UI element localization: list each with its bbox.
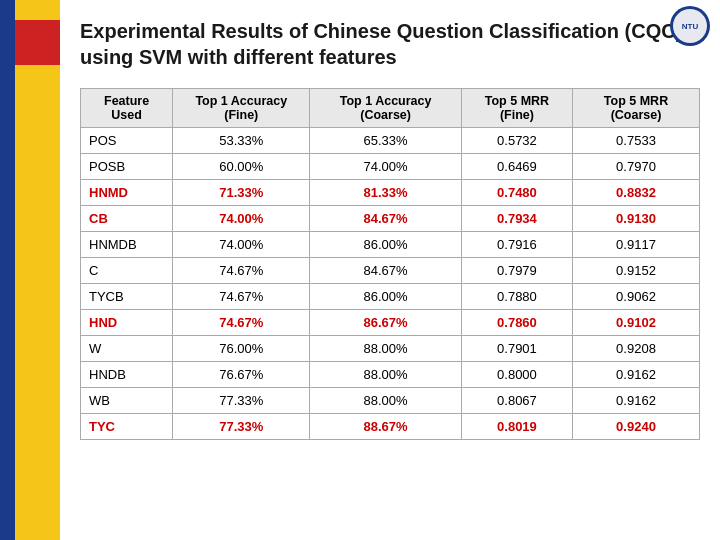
cell-value: 88.00%: [310, 388, 462, 414]
cell-feature: WB: [81, 388, 173, 414]
cell-feature: TYCB: [81, 284, 173, 310]
logo-inner: NTU: [673, 9, 707, 43]
cell-value: 0.9240: [572, 414, 699, 440]
page-title: Experimental Results of Chinese Question…: [80, 18, 700, 70]
cell-feature: HNMD: [81, 180, 173, 206]
table-header-row: Feature Used Top 1 Accuracy (Fine) Top 1…: [81, 89, 700, 128]
cell-feature: W: [81, 336, 173, 362]
cell-value: 0.8067: [461, 388, 572, 414]
cell-value: 74.00%: [173, 232, 310, 258]
cell-feature: HND: [81, 310, 173, 336]
table-row: TYCB74.67%86.00%0.78800.9062: [81, 284, 700, 310]
bg-red-square: [15, 20, 60, 65]
cell-value: 74.67%: [173, 310, 310, 336]
cell-value: 76.00%: [173, 336, 310, 362]
cell-value: 88.00%: [310, 362, 462, 388]
cell-feature: POSB: [81, 154, 173, 180]
cell-feature: C: [81, 258, 173, 284]
cell-value: 0.7533: [572, 128, 699, 154]
table-row: POS53.33%65.33%0.57320.7533: [81, 128, 700, 154]
cell-value: 0.8019: [461, 414, 572, 440]
cell-value: 53.33%: [173, 128, 310, 154]
cell-value: 71.33%: [173, 180, 310, 206]
cell-value: 86.00%: [310, 284, 462, 310]
cell-feature: TYC: [81, 414, 173, 440]
cell-value: 0.8832: [572, 180, 699, 206]
cell-feature: CB: [81, 206, 173, 232]
cell-value: 74.00%: [310, 154, 462, 180]
logo: NTU: [670, 6, 710, 46]
cell-value: 0.9062: [572, 284, 699, 310]
cell-value: 0.6469: [461, 154, 572, 180]
cell-value: 0.7901: [461, 336, 572, 362]
cell-value: 0.9162: [572, 388, 699, 414]
table-row: POSB60.00%74.00%0.64690.7970: [81, 154, 700, 180]
cell-value: 0.9117: [572, 232, 699, 258]
table-row: HNMD71.33%81.33%0.74800.8832: [81, 180, 700, 206]
cell-value: 76.67%: [173, 362, 310, 388]
table-row: CB74.00%84.67%0.79340.9130: [81, 206, 700, 232]
results-table: Feature Used Top 1 Accuracy (Fine) Top 1…: [80, 88, 700, 440]
cell-feature: HNMDB: [81, 232, 173, 258]
cell-value: 88.00%: [310, 336, 462, 362]
col-header-top5-coarse: Top 5 MRR (Coarse): [572, 89, 699, 128]
cell-feature: HNDB: [81, 362, 173, 388]
cell-value: 84.67%: [310, 258, 462, 284]
cell-value: 77.33%: [173, 414, 310, 440]
cell-value: 74.00%: [173, 206, 310, 232]
main-content: Experimental Results of Chinese Question…: [60, 0, 720, 540]
cell-value: 0.9102: [572, 310, 699, 336]
cell-value: 86.67%: [310, 310, 462, 336]
table-row: TYC77.33%88.67%0.80190.9240: [81, 414, 700, 440]
col-header-top1-coarse: Top 1 Accuracy (Coarse): [310, 89, 462, 128]
cell-feature: POS: [81, 128, 173, 154]
cell-value: 77.33%: [173, 388, 310, 414]
cell-value: 84.67%: [310, 206, 462, 232]
cell-value: 0.9130: [572, 206, 699, 232]
cell-value: 0.9162: [572, 362, 699, 388]
cell-value: 0.9208: [572, 336, 699, 362]
bg-blue-strip: [0, 0, 15, 540]
col-header-top1-fine: Top 1 Accuracy (Fine): [173, 89, 310, 128]
table-row: HNDB76.67%88.00%0.80000.9162: [81, 362, 700, 388]
table-row: HND74.67%86.67%0.78600.9102: [81, 310, 700, 336]
cell-value: 74.67%: [173, 284, 310, 310]
table-row: W76.00%88.00%0.79010.9208: [81, 336, 700, 362]
table-row: WB77.33%88.00%0.80670.9162: [81, 388, 700, 414]
cell-value: 0.5732: [461, 128, 572, 154]
cell-value: 0.7979: [461, 258, 572, 284]
cell-value: 0.7934: [461, 206, 572, 232]
col-header-top5-fine: Top 5 MRR (Fine): [461, 89, 572, 128]
cell-value: 81.33%: [310, 180, 462, 206]
cell-value: 0.7860: [461, 310, 572, 336]
table-row: HNMDB74.00%86.00%0.79160.9117: [81, 232, 700, 258]
cell-value: 88.67%: [310, 414, 462, 440]
cell-value: 60.00%: [173, 154, 310, 180]
cell-value: 0.7480: [461, 180, 572, 206]
cell-value: 86.00%: [310, 232, 462, 258]
col-header-feature: Feature Used: [81, 89, 173, 128]
cell-value: 0.7880: [461, 284, 572, 310]
cell-value: 0.7970: [572, 154, 699, 180]
cell-value: 0.8000: [461, 362, 572, 388]
cell-value: 74.67%: [173, 258, 310, 284]
table-row: C74.67%84.67%0.79790.9152: [81, 258, 700, 284]
cell-value: 65.33%: [310, 128, 462, 154]
cell-value: 0.9152: [572, 258, 699, 284]
cell-value: 0.7916: [461, 232, 572, 258]
